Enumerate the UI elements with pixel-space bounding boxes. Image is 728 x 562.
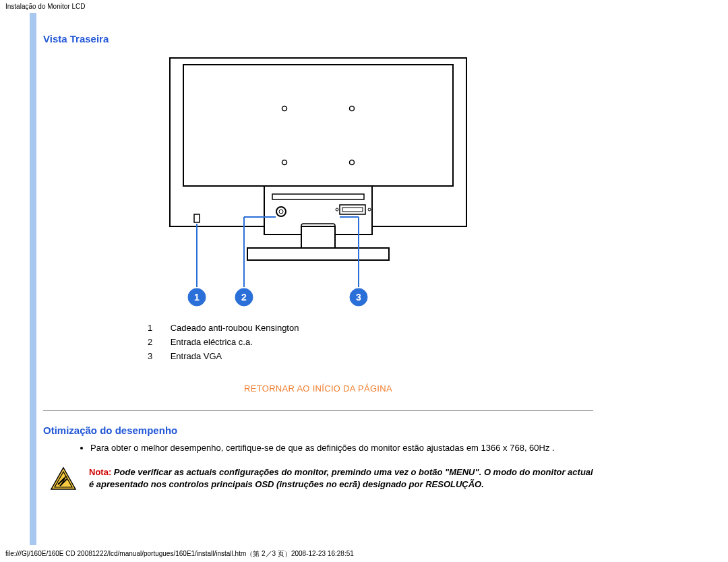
svg-rect-1: [183, 65, 453, 186]
section-title-vista-traseira: Vista Traseira: [43, 33, 593, 44]
main-content: Vista Traseira: [36, 13, 728, 545]
svg-rect-15: [301, 226, 335, 248]
svg-rect-16: [247, 248, 389, 260]
legend-num-1: 1: [148, 323, 168, 333]
page-footer-path: file:///G|/160E/160E CD 20081222/lcd/man…: [0, 545, 728, 562]
callout-3-number: 3: [356, 292, 361, 303]
note-label: Nota:: [89, 467, 111, 477]
blue-accent-stripe: [30, 13, 36, 545]
callout-legend: 1 Cadeado anti-roubou Kensington 2 Entra…: [148, 321, 593, 363]
return-to-top-link[interactable]: RETORNAR AO INÍCIO DA PÁGINA: [244, 383, 392, 394]
legend-label-2: Entrada eléctrica c.a.: [171, 337, 253, 347]
left-gutter: [0, 13, 30, 545]
performance-bullets: Para obter o melhor desempenho, certifiq…: [63, 443, 593, 453]
bullet-resolution: Para obter o melhor desempenho, certifiq…: [90, 443, 593, 453]
note-body: Pode verificar as actuais configurações …: [89, 467, 593, 489]
callout-2-number: 2: [241, 292, 247, 303]
separator: [43, 410, 593, 411]
legend-row-2: 2 Entrada eléctrica c.a.: [148, 335, 593, 349]
legend-num-3: 3: [148, 351, 168, 361]
callout-1-number: 1: [194, 292, 200, 303]
legend-row-1: 1 Cadeado anti-roubou Kensington: [148, 321, 593, 335]
legend-label-3: Entrada VGA: [171, 351, 222, 361]
legend-num-2: 2: [148, 337, 168, 347]
section-title-otimizacao: Otimização do desempenho: [43, 425, 593, 436]
note-text: Nota: Pode verificar as actuais configur…: [89, 466, 593, 490]
note-block: Nota: Pode verificar as actuais configur…: [50, 466, 593, 491]
warning-icon: [50, 466, 77, 491]
page-body: Vista Traseira: [0, 13, 728, 545]
monitor-rear-diagram: 1 2 3: [156, 51, 480, 314]
page-header: Instalação do Monitor LCD: [0, 0, 728, 13]
legend-label-1: Cadeado anti-roubou Kensington: [171, 323, 299, 333]
return-to-top: RETORNAR AO INÍCIO DA PÁGINA: [43, 383, 593, 394]
legend-row-3: 3 Entrada VGA: [148, 349, 593, 363]
